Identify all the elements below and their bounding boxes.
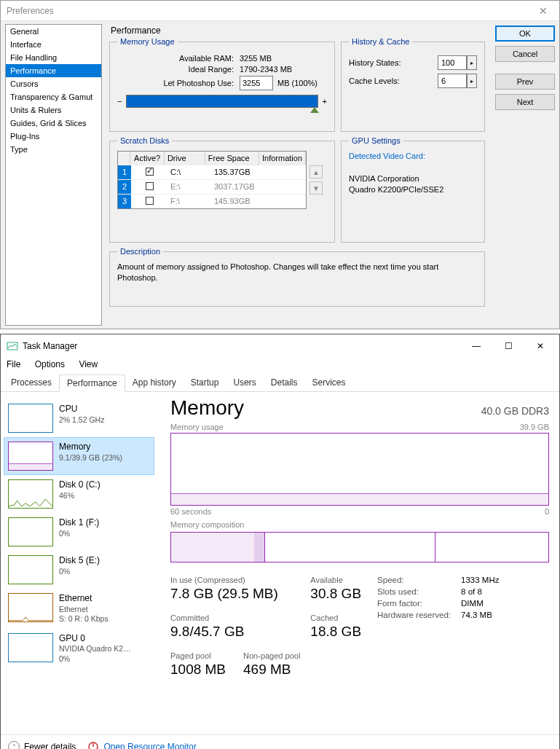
tab-startup[interactable]: Startup <box>184 374 226 392</box>
cache-levels-input[interactable] <box>438 74 467 88</box>
minimize-icon[interactable]: — <box>460 336 492 356</box>
inuse-value: 7.8 GB (29.5 MB) <box>170 586 300 602</box>
available-ram-value: 3255 MB <box>240 54 327 63</box>
detected-card-label: Detected Video Card: <box>349 152 425 160</box>
slider-plus[interactable]: + <box>323 97 327 106</box>
avail-value: 30.8 GB <box>310 586 361 602</box>
tab-services[interactable]: Services <box>305 374 353 392</box>
committed-label: Committed <box>170 613 300 622</box>
memory-usage-group: Memory Usage Available RAM:3255 MB Ideal… <box>109 37 335 132</box>
perf-card-gpu[interactable]: GPU 0NVIDIA Quadro K2…0% <box>4 629 154 669</box>
slider-minus[interactable]: − <box>117 97 122 106</box>
close-icon[interactable]: ✕ <box>524 336 556 356</box>
sidebar-item-units[interactable]: Units & Rulers <box>6 103 101 117</box>
tm-menubar: File Options View <box>1 358 559 374</box>
col-drive[interactable]: Drive <box>165 152 205 165</box>
checkbox-icon[interactable] <box>146 182 154 190</box>
ideal-range-label: Ideal Range: <box>117 65 234 74</box>
memory-total: 40.0 GB DDR3 <box>481 405 549 417</box>
x-axis-left: 60 seconds <box>170 507 211 516</box>
panel-title: Performance <box>111 26 555 36</box>
sidebar-item-performance[interactable]: Performance <box>6 64 101 77</box>
let-use-label: Let Photoshop Use: <box>117 79 234 87</box>
usage-max: 39.9 GB <box>520 423 549 431</box>
disk-thumb-icon <box>8 555 53 584</box>
scratch-legend: Scratch Disks <box>117 136 172 145</box>
npaged-value: 469 MB <box>243 662 300 678</box>
sidebar-item-interface[interactable]: Interface <box>6 38 101 51</box>
memory-input[interactable] <box>240 76 273 90</box>
scratch-row[interactable]: 1 C:\ 135.37GB <box>118 165 306 179</box>
resource-monitor-icon <box>87 741 99 749</box>
perf-card-disk1[interactable]: Disk 1 (F:)0% <box>4 513 154 551</box>
sidebar-item-general[interactable]: General <box>6 25 101 38</box>
history-legend: History & Cache <box>349 37 412 46</box>
prefs-button-col: OK Cancel Prev Next <box>495 26 555 110</box>
cached-label: Cached <box>310 613 361 622</box>
inuse-label: In use (Compressed) <box>170 576 300 584</box>
maximize-icon[interactable]: ☐ <box>492 336 524 356</box>
cancel-button[interactable]: Cancel <box>495 46 555 62</box>
tab-details[interactable]: Details <box>264 374 305 392</box>
spin-icon[interactable]: ▸ <box>467 55 477 70</box>
checkbox-icon[interactable] <box>146 168 154 176</box>
scratch-table: Active? Drive Free Space Information 1 C… <box>117 151 307 209</box>
slider-thumb-icon[interactable] <box>310 107 319 113</box>
history-cache-group: History & Cache History States: ▸ Cache … <box>341 37 485 132</box>
available-ram-label: Available RAM: <box>117 54 234 63</box>
memory-heading: Memory <box>170 396 244 420</box>
col-info[interactable]: Information <box>259 152 306 165</box>
prefs-titlebar: Preferences ✕ <box>1 1 559 21</box>
tab-app-history[interactable]: App history <box>125 374 184 392</box>
ok-button[interactable]: OK <box>495 26 555 42</box>
paged-label: Paged pool <box>170 651 226 660</box>
open-resource-monitor-link[interactable]: Open Resource Monitor <box>87 741 196 749</box>
sidebar-item-type[interactable]: Type <box>6 143 101 156</box>
tm-footer: ˄ Fewer details Open Resource Monitor <box>1 734 559 749</box>
history-states-input[interactable] <box>438 55 467 70</box>
tab-performance[interactable]: Performance <box>59 374 125 392</box>
memory-slider[interactable] <box>126 95 318 108</box>
perf-card-cpu[interactable]: CPU2% 1.52 GHz <box>4 399 154 437</box>
sidebar-item-cursors[interactable]: Cursors <box>6 77 101 90</box>
prev-button[interactable]: Prev <box>495 74 555 90</box>
sidebar-item-guides[interactable]: Guides, Grid & Slices <box>6 117 101 130</box>
chevron-up-icon: ˄ <box>8 741 20 749</box>
perf-card-disk5[interactable]: Disk 5 (E:)0% <box>4 551 154 589</box>
tab-processes[interactable]: Processes <box>4 374 59 392</box>
scratch-row[interactable]: 2 E:\ 3037.17GB <box>118 179 306 194</box>
sidebar-item-plugins[interactable]: Plug-Ins <box>6 130 101 143</box>
memory-suffix: MB (100%) <box>277 79 318 87</box>
perf-card-memory[interactable]: Memory9.1/39.9 GB (23%) <box>4 437 154 475</box>
next-button[interactable]: Next <box>495 94 555 110</box>
close-icon[interactable]: ✕ <box>533 4 553 18</box>
committed-value: 9.8/45.7 GB <box>170 624 300 640</box>
checkbox-icon[interactable] <box>146 197 154 205</box>
menu-file[interactable]: File <box>7 359 20 369</box>
cpu-thumb-icon <box>8 404 53 433</box>
col-free[interactable]: Free Space <box>205 152 259 165</box>
scratch-disks-group: Scratch Disks Active? Drive Free Space I… <box>109 136 335 243</box>
move-up-icon[interactable]: ▲ <box>309 165 323 179</box>
perf-card-ethernet[interactable]: EthernetEthernetS: 0 R: 0 Kbps <box>4 589 154 629</box>
menu-view[interactable]: View <box>79 359 98 369</box>
gpu-legend: GPU Settings <box>349 136 403 145</box>
spin-icon[interactable]: ▸ <box>467 74 477 88</box>
fewer-details-button[interactable]: ˄ Fewer details <box>8 741 76 749</box>
disk-thumb-icon <box>8 479 53 509</box>
npaged-label: Non-paged pool <box>243 651 300 660</box>
prefs-title: Preferences <box>7 6 54 16</box>
sidebar-item-file-handling[interactable]: File Handling <box>6 51 101 64</box>
move-down-icon[interactable]: ▼ <box>309 181 323 195</box>
paged-value: 1008 MB <box>170 662 226 678</box>
sidebar-item-transparency[interactable]: Transparency & Gamut <box>6 90 101 103</box>
memory-legend: Memory Usage <box>117 37 178 46</box>
tab-users[interactable]: Users <box>226 374 263 392</box>
menu-options[interactable]: Options <box>35 359 65 369</box>
col-active[interactable]: Active? <box>130 152 165 165</box>
perf-card-disk0[interactable]: Disk 0 (C:)46% <box>4 475 154 513</box>
scratch-row[interactable]: 3 F:\ 145.93GB <box>118 194 306 208</box>
svg-rect-0 <box>7 342 17 350</box>
cached-value: 18.8 GB <box>310 624 361 640</box>
memory-thumb-icon <box>8 442 53 471</box>
